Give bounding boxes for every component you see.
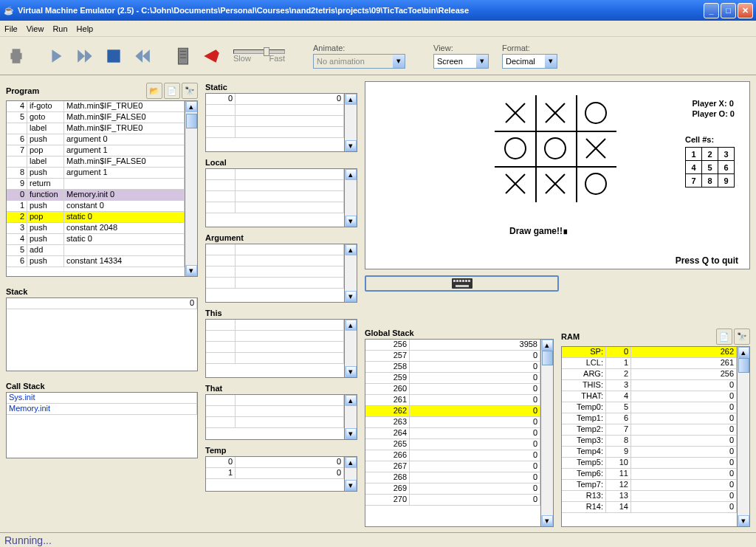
svg-rect-20: [456, 280, 458, 282]
quit-message: Press Q to quit: [676, 255, 738, 266]
player-o-score: Player O: 0: [693, 109, 735, 119]
global-stack-grid[interactable]: 2563958257025802590260026102620263026402…: [365, 339, 541, 527]
window-title: Virtual Machine Emulator (2.5) - C:\John…: [18, 6, 704, 15]
view-combo[interactable]: Screen▾: [433, 54, 489, 69]
ram-title: RAM: [561, 332, 715, 341]
ram-scrollbar[interactable]: ▴▾: [738, 346, 750, 527]
fast-forward-button[interactable]: [75, 46, 96, 66]
rewind-button[interactable]: [131, 46, 152, 66]
gstack-scrollbar[interactable]: ▴▾: [541, 339, 554, 527]
svg-rect-19: [453, 280, 456, 282]
vm-screen: Player X: 0 Player O: 0 Cell #s: 1234567…: [365, 81, 750, 269]
view-label: View:: [433, 44, 489, 52]
status-bar: Running...: [0, 532, 756, 547]
new-file-icon[interactable]: 📄: [164, 83, 180, 99]
toolbar: SlowFast Animate: No animation▾ View: Sc…: [0, 37, 756, 75]
speed-slider[interactable]: [233, 49, 285, 54]
open-folder-icon[interactable]: 📂: [146, 83, 162, 99]
stack-title: Stack: [6, 287, 198, 296]
script-button[interactable]: [173, 46, 193, 66]
minimize-button[interactable]: _: [704, 3, 719, 18]
svg-point-8: [585, 103, 606, 123]
this-scrollbar[interactable]: ▴▾: [345, 319, 357, 378]
menubar: File View Run Help: [0, 21, 756, 37]
argument-scrollbar[interactable]: ▴▾: [345, 244, 357, 303]
static-title: Static: [205, 83, 357, 92]
close-button[interactable]: ✕: [738, 3, 753, 18]
breakpoint-button[interactable]: [201, 46, 221, 66]
fast-label: Fast: [269, 54, 285, 63]
that-title: That: [205, 384, 357, 393]
print-button[interactable]: [6, 46, 27, 66]
maximize-button[interactable]: □: [721, 3, 736, 18]
svg-rect-25: [456, 285, 469, 287]
keyboard-icon: [451, 278, 473, 289]
step-button[interactable]: [47, 46, 68, 66]
slow-label: Slow: [233, 54, 251, 63]
cell-nums-table: 123456789: [685, 147, 735, 188]
search-icon[interactable]: 🔭: [182, 83, 198, 99]
draw-message: Draw game!!∎: [509, 226, 568, 236]
menu-run[interactable]: Run: [52, 24, 67, 33]
menu-help[interactable]: Help: [77, 24, 94, 33]
format-combo[interactable]: Decimal▾: [502, 54, 557, 69]
ram-grid[interactable]: SP:0262LCL:1261ARG:2256THIS:30THAT:40Tem…: [561, 346, 738, 527]
format-label: Format:: [502, 44, 557, 52]
argument-title: Argument: [205, 233, 357, 242]
svg-rect-21: [459, 280, 461, 282]
cell-nums-title: Cell #s:: [685, 135, 735, 144]
stack-grid[interactable]: 0: [6, 297, 198, 371]
callstack-title: Call Stack: [6, 382, 198, 391]
static-scrollbar[interactable]: ▴▾: [345, 93, 357, 152]
animate-combo[interactable]: No animation▾: [313, 54, 405, 69]
svg-point-17: [585, 173, 606, 194]
svg-rect-0: [107, 49, 120, 62]
titlebar: ☕ Virtual Machine Emulator (2.5) - C:\Jo…: [0, 0, 756, 21]
ram-new-icon[interactable]: 📄: [716, 328, 732, 345]
svg-rect-24: [468, 280, 470, 282]
svg-rect-22: [462, 280, 464, 282]
global-stack-title: Global Stack: [365, 328, 554, 337]
svg-point-10: [545, 138, 566, 159]
animate-label: Animate:: [313, 44, 405, 52]
menu-file[interactable]: File: [4, 24, 18, 33]
callstack-grid[interactable]: Sys.initMemory.init: [6, 392, 198, 458]
temp-title: Temp: [205, 446, 357, 455]
player-x-score: Player X: 0: [693, 98, 735, 109]
local-title: Local: [205, 158, 357, 167]
app-icon: ☕: [3, 4, 15, 16]
this-title: This: [205, 309, 357, 317]
program-title: Program: [6, 86, 145, 95]
program-grid[interactable]: 4if-gotoMath.min$IF_TRUE05gotoMath.min$I…: [7, 101, 185, 276]
keyboard-input-bar[interactable]: [365, 275, 559, 292]
svg-rect-23: [465, 280, 467, 282]
program-scrollbar[interactable]: ▴ ▾: [185, 101, 197, 276]
that-scrollbar[interactable]: ▴▾: [345, 394, 357, 440]
temp-scrollbar[interactable]: ▴▾: [345, 456, 357, 492]
svg-point-9: [505, 138, 526, 159]
menu-view[interactable]: View: [27, 24, 44, 33]
local-scrollbar[interactable]: ▴▾: [345, 168, 357, 227]
ram-search-icon[interactable]: 🔭: [734, 328, 750, 345]
stop-button[interactable]: [103, 46, 124, 66]
